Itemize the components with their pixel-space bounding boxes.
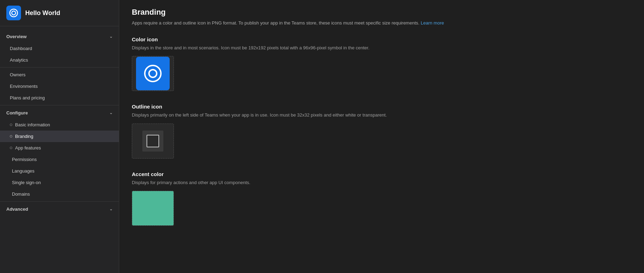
sidebar-item-analytics[interactable]: Analytics — [0, 54, 119, 66]
owners-label: Owners — [10, 72, 26, 77]
accent-color-preview — [132, 191, 174, 225]
outline-icon-description: Displays primarily on the left side of T… — [132, 112, 630, 119]
languages-label: Languages — [12, 168, 34, 174]
sidebar-item-domains[interactable]: Domains — [0, 188, 119, 200]
sidebar-item-branding[interactable]: Branding — [0, 131, 119, 142]
outline-icon-upload-box[interactable] — [132, 124, 174, 159]
outline-icon-inner — [147, 135, 159, 147]
color-icon-preview — [136, 57, 170, 90]
environments-label: Environments — [10, 84, 38, 89]
sidebar-item-sso[interactable]: Single sign-on — [0, 177, 119, 188]
sidebar-item-dashboard[interactable]: Dashboard — [0, 43, 119, 54]
branding-label: Branding — [15, 134, 33, 139]
sidebar-navigation: Overview ⌄ Dashboard Analytics Owners En… — [0, 26, 119, 273]
sidebar-section-configure[interactable]: Configure ⌄ — [0, 107, 119, 119]
dashboard-label: Dashboard — [10, 46, 32, 51]
domains-label: Domains — [12, 191, 30, 197]
page-description: Apps require a color and outline icon in… — [132, 20, 630, 27]
page-title: Branding — [132, 8, 630, 17]
sso-label: Single sign-on — [12, 180, 41, 185]
chevron-down-icon-advanced: ⌄ — [109, 207, 113, 211]
learn-more-link[interactable]: Learn more — [421, 20, 444, 26]
color-icon-svg — [143, 64, 163, 83]
color-icon-upload-box[interactable] — [132, 56, 174, 91]
sidebar-section-overview[interactable]: Overview ⌄ — [0, 30, 119, 43]
app-title: Hello World — [25, 9, 60, 17]
app-features-label: App features — [15, 145, 41, 150]
color-icon-title: Color icon — [132, 36, 630, 42]
sidebar: Hello World Overview ⌄ Dashboard Analyti… — [0, 0, 119, 273]
nav-divider-2 — [0, 105, 119, 105]
dot-icon-branding — [10, 135, 12, 138]
sidebar-item-languages[interactable]: Languages — [0, 165, 119, 177]
chevron-down-icon-configure: ⌄ — [109, 111, 113, 115]
sidebar-section-advanced[interactable]: Advanced ⌄ — [0, 203, 119, 215]
page-description-text: Apps require a color and outline icon in… — [132, 20, 419, 26]
sidebar-item-plans[interactable]: Plans and pricing — [0, 92, 119, 104]
svg-point-3 — [149, 70, 157, 77]
nav-divider-3 — [0, 201, 119, 202]
color-icon-description: Displays in the store and in most scenar… — [132, 44, 630, 51]
svg-point-1 — [12, 11, 16, 15]
dot-icon-app-features — [10, 147, 12, 149]
overview-label: Overview — [6, 34, 27, 39]
nav-divider-1 — [0, 67, 119, 68]
chevron-down-icon: ⌄ — [109, 34, 113, 39]
sidebar-item-environments[interactable]: Environments — [0, 80, 119, 92]
analytics-label: Analytics — [10, 57, 28, 63]
plans-label: Plans and pricing — [10, 95, 45, 100]
configure-label: Configure — [6, 110, 28, 115]
accent-color-upload-box[interactable] — [132, 191, 174, 226]
permissions-label: Permissions — [12, 157, 37, 162]
basic-info-label: Basic information — [15, 122, 50, 127]
accent-color-section: Accent color Displays for primary action… — [132, 171, 630, 226]
app-logo-icon — [6, 6, 21, 20]
outline-icon-title: Outline icon — [132, 104, 630, 110]
accent-color-description: Displays for primary actions and other a… — [132, 179, 630, 186]
accent-color-title: Accent color — [132, 171, 630, 177]
svg-point-0 — [10, 9, 18, 17]
sidebar-item-permissions[interactable]: Permissions — [0, 154, 119, 165]
outline-icon-section: Outline icon Displays primarily on the l… — [132, 104, 630, 159]
sidebar-item-owners[interactable]: Owners — [0, 69, 119, 80]
dot-icon-basic-info — [10, 124, 12, 126]
outline-icon-preview — [142, 131, 163, 152]
advanced-label: Advanced — [6, 206, 28, 212]
sidebar-item-basic-info[interactable]: Basic information — [0, 119, 119, 131]
sidebar-item-app-features[interactable]: App features — [0, 142, 119, 154]
app-header: Hello World — [0, 0, 119, 26]
svg-point-2 — [145, 65, 161, 82]
color-icon-section: Color icon Displays in the store and in … — [132, 36, 630, 91]
main-content-area: Branding Apps require a color and outlin… — [119, 0, 644, 273]
